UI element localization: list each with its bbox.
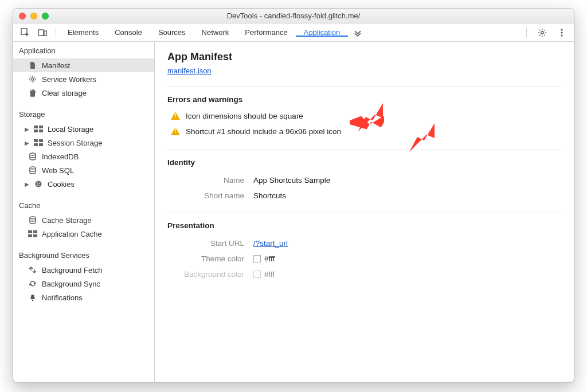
sidebar-item-websql[interactable]: Web SQL <box>13 163 154 177</box>
sidebar-item-manifest[interactable]: Manifest <box>13 58 154 72</box>
tab-network[interactable]: Network <box>194 28 237 37</box>
background-color-row: Background color #fff <box>167 266 561 282</box>
table-icon <box>28 229 37 238</box>
svg-rect-26 <box>33 230 37 233</box>
sidebar-item-cache-storage[interactable]: Cache Storage <box>13 213 154 227</box>
maximize-window-button[interactable] <box>42 13 49 19</box>
sidebar-item-local-storage[interactable]: ▶ Local Storage <box>13 122 154 136</box>
warning-text: Icon dimensions should be square <box>186 112 303 120</box>
svg-point-23 <box>39 185 40 186</box>
identity-shortname-value: Shortcuts <box>253 191 286 200</box>
svg-rect-15 <box>34 143 38 146</box>
sync-icon <box>28 279 37 288</box>
content-area: Application Manifest Service Workers Cle… <box>13 42 574 382</box>
minimize-window-button[interactable] <box>30 13 37 19</box>
traffic-lights <box>13 13 49 19</box>
theme-color-label: Theme color <box>167 254 253 263</box>
table-icon <box>34 124 43 134</box>
svg-point-18 <box>30 167 36 169</box>
device-toolbar-icon[interactable] <box>35 25 50 40</box>
application-sidebar: Application Manifest Service Workers Cle… <box>13 42 155 382</box>
svg-rect-12 <box>39 130 43 132</box>
close-window-button[interactable] <box>19 13 26 19</box>
svg-point-20 <box>37 182 38 183</box>
sidebar-section-application: Application <box>13 42 154 58</box>
identity-shortname-row: Short name Shortcuts <box>167 188 561 203</box>
theme-color-row: Theme color #fff <box>167 251 561 266</box>
color-swatch <box>253 271 261 278</box>
sidebar-item-label: Service Workers <box>42 75 96 84</box>
svg-rect-28 <box>33 234 37 237</box>
devtools-window: DevTools - candied-flossy-fold.glitch.me… <box>13 8 574 383</box>
sidebar-item-application-cache[interactable]: Application Cache <box>13 227 154 241</box>
sidebar-item-label: Background Sync <box>42 280 100 288</box>
more-menu-icon[interactable] <box>554 25 569 40</box>
sidebar-item-indexeddb[interactable]: IndexedDB <box>13 150 154 163</box>
sidebar-section-background-services: Background Services <box>13 246 154 263</box>
svg-point-6 <box>561 34 562 36</box>
cookie-icon <box>34 179 43 189</box>
sidebar-item-background-sync[interactable]: Background Sync <box>13 277 154 291</box>
sidebar-item-cookies[interactable]: ▶ Cookies <box>13 177 154 191</box>
identity-shortname-label: Short name <box>167 191 253 200</box>
sidebar-item-label: Notifications <box>42 293 83 302</box>
tab-sources[interactable]: Sources <box>150 28 194 37</box>
inspect-element-icon[interactable] <box>18 25 33 40</box>
page-title: App Manifest <box>167 51 561 63</box>
sidebar-item-label: Cookies <box>48 180 75 189</box>
manifest-link[interactable]: manifest.json <box>167 66 212 75</box>
svg-rect-8 <box>31 92 35 96</box>
identity-section: Identity Name App Shortcuts Sample Short… <box>167 150 561 203</box>
sidebar-item-label: Web SQL <box>42 166 74 175</box>
svg-rect-13 <box>34 139 38 142</box>
svg-rect-11 <box>34 130 38 132</box>
main-panel: App Manifest manifest.json Errors and wa… <box>155 42 574 382</box>
svg-marker-31 <box>409 123 435 152</box>
warning-icon <box>171 112 180 120</box>
warning-icon <box>171 127 180 135</box>
svg-point-19 <box>36 181 42 187</box>
settings-icon[interactable] <box>535 25 550 40</box>
toolbar-divider <box>56 28 56 38</box>
tab-elements[interactable]: Elements <box>60 28 107 37</box>
svg-rect-2 <box>44 31 46 36</box>
tabs-overflow-button[interactable] <box>348 28 367 37</box>
sidebar-item-label: Manifest <box>42 61 70 70</box>
svg-point-29 <box>32 300 34 301</box>
table-icon <box>34 138 43 147</box>
background-color-label: Background color <box>167 270 253 279</box>
sidebar-section-cache: Cache <box>13 197 154 213</box>
identity-name-row: Name App Shortcuts Sample <box>167 173 561 188</box>
section-title-identity: Identity <box>167 158 561 167</box>
start-url-link[interactable]: /?start_url <box>253 239 288 248</box>
start-url-label: Start URL <box>167 239 253 248</box>
svg-marker-30 <box>358 103 383 132</box>
svg-point-17 <box>30 153 36 155</box>
tab-performance[interactable]: Performance <box>237 28 295 37</box>
tab-application[interactable]: Application <box>296 28 349 37</box>
sidebar-item-service-workers[interactable]: Service Workers <box>13 72 154 86</box>
db-icon <box>28 166 37 175</box>
warning-text: Shortcut #1 should include a 96x96 pixel… <box>186 127 341 136</box>
window-title: DevTools - candied-flossy-fold.glitch.me… <box>13 11 574 20</box>
svg-rect-27 <box>28 234 32 237</box>
svg-point-3 <box>541 31 543 33</box>
db-icon <box>28 215 37 225</box>
svg-point-5 <box>561 32 562 33</box>
svg-point-7 <box>32 78 34 80</box>
sidebar-item-session-storage[interactable]: ▶ Session Storage <box>13 136 154 150</box>
tab-console[interactable]: Console <box>107 28 150 37</box>
svg-point-24 <box>30 217 36 219</box>
svg-rect-14 <box>39 139 43 142</box>
toolbar-divider <box>526 28 527 38</box>
svg-point-4 <box>561 29 562 30</box>
sidebar-item-clear-storage[interactable]: Clear storage <box>13 86 154 100</box>
sidebar-item-notifications[interactable]: Notifications <box>13 291 154 304</box>
svg-rect-1 <box>38 30 44 36</box>
chevron-right-icon: ▶ <box>25 181 29 187</box>
theme-color-value: #fff <box>253 254 275 263</box>
svg-rect-9 <box>34 126 38 128</box>
identity-name-value: App Shortcuts Sample <box>253 176 330 185</box>
trash-icon <box>28 88 37 97</box>
sidebar-item-background-fetch[interactable]: Background Fetch <box>13 263 154 277</box>
